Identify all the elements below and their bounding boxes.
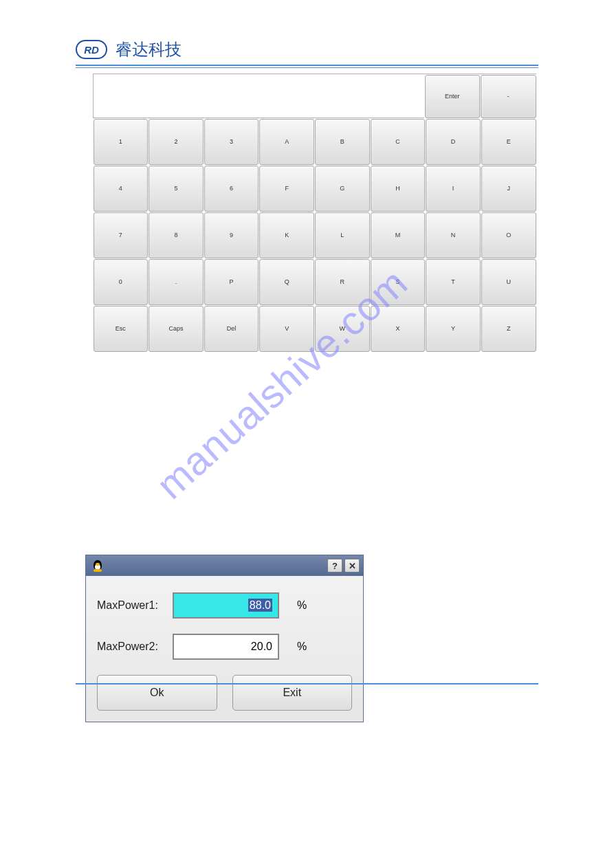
key-dash[interactable]: - [481,75,536,118]
key-t[interactable]: T [426,259,481,305]
key-e[interactable]: E [481,119,536,165]
key-u[interactable]: U [481,259,536,305]
key-d[interactable]: D [426,119,481,165]
key-x[interactable]: X [371,306,426,352]
key-m[interactable]: M [371,212,426,258]
key-w[interactable]: W [315,306,370,352]
brand-name: 睿达科技 [116,38,182,60]
key-a[interactable]: A [259,119,314,165]
key-6[interactable]: 6 [204,166,259,212]
key-4[interactable]: 4 [94,166,149,212]
key-c[interactable]: C [371,119,426,165]
exit-button[interactable]: Exit [232,675,353,711]
maxpower1-input[interactable]: 88.0 [173,592,279,619]
power-dialog: ? ✕ MaxPower1: 88.0 % MaxPower2: 20.0 % … [85,555,364,722]
key-f[interactable]: F [259,166,314,212]
key-y[interactable]: Y [426,306,481,352]
logo-text: RD [84,44,99,56]
key-n[interactable]: N [426,212,481,258]
key-h[interactable]: H [371,166,426,212]
header-divider [76,65,538,66]
dialog-titlebar: ? ✕ [86,555,363,576]
logo-badge: RD [76,40,107,59]
key-b[interactable]: B [315,119,370,165]
key-g[interactable]: G [315,166,370,212]
key-0[interactable]: 0 [94,259,149,305]
maxpower2-label: MaxPower2: [97,641,173,653]
key-p[interactable]: P [204,259,259,305]
key-5[interactable]: 5 [149,166,204,212]
key-i[interactable]: I [426,166,481,212]
key-l[interactable]: L [315,212,370,258]
key-9[interactable]: 9 [204,212,259,258]
key-2[interactable]: 2 [149,119,204,165]
key-j[interactable]: J [481,166,536,212]
onscreen-keyboard: Enter - 123ABCDE456FGHIJ789KLMNO0.PQRSTU… [93,74,536,352]
key-caps[interactable]: Caps [149,306,204,352]
key-1[interactable]: 1 [94,119,149,165]
key-q[interactable]: Q [259,259,314,305]
close-button[interactable]: ✕ [344,559,360,572]
header-divider-thin [76,67,538,68]
key-o[interactable]: O [481,212,536,258]
ok-button[interactable]: Ok [97,675,217,711]
maxpower1-unit: % [297,599,307,612]
key-k[interactable]: K [259,212,314,258]
footer-divider [76,683,538,685]
key-s[interactable]: S [371,259,426,305]
key-.[interactable]: . [149,259,204,305]
page-header: RD 睿达科技 [76,38,538,60]
key-r[interactable]: R [315,259,370,305]
maxpower1-label: MaxPower1: [97,599,173,612]
penguin-icon [91,559,105,572]
maxpower2-input[interactable]: 20.0 [173,634,279,660]
keyboard-input-display[interactable] [93,74,424,118]
key-del[interactable]: Del [204,306,259,352]
key-enter[interactable]: Enter [425,75,481,118]
help-button[interactable]: ? [327,559,342,572]
maxpower2-unit: % [297,641,307,653]
key-3[interactable]: 3 [204,119,259,165]
key-z[interactable]: Z [481,306,536,352]
key-v[interactable]: V [259,306,314,352]
key-8[interactable]: 8 [149,212,204,258]
key-7[interactable]: 7 [94,212,149,258]
key-esc[interactable]: Esc [94,306,149,352]
